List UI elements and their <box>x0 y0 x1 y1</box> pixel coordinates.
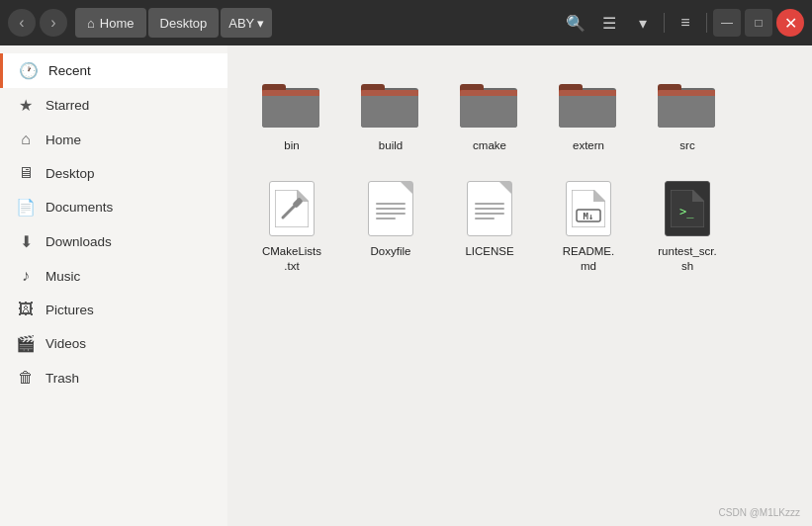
sidebar-item-desktop[interactable]: 🖥 Desktop <box>0 156 227 190</box>
file-doxyfile-label: Doxyfile <box>371 244 411 259</box>
forward-button[interactable]: › <box>40 9 67 37</box>
breadcrumb-aby-label: ABY <box>228 16 254 31</box>
files-grid: bin build <box>247 65 792 282</box>
recent-icon: 🕐 <box>19 61 39 80</box>
sidebar-item-music[interactable]: ♪ Music <box>0 259 227 293</box>
breadcrumb-home[interactable]: ⌂ Home <box>75 8 146 38</box>
breadcrumb-aby[interactable]: ABY ▾ <box>221 8 272 38</box>
file-cmake-folder-label: cmake <box>473 138 506 153</box>
dropdown-arrow-icon: ▾ <box>257 16 264 31</box>
file-item-src[interactable]: src <box>643 65 732 161</box>
menu-button[interactable]: ≡ <box>671 8 700 38</box>
file-runtest-label: runtest_scr.sh <box>658 244 716 274</box>
file-build-label: build <box>379 138 403 153</box>
close-button[interactable]: ✕ <box>776 9 804 37</box>
toolbar-right: 🔍 ☰ ▾ ≡ — □ ✕ <box>561 8 804 38</box>
home-icon: ⌂ <box>87 16 95 31</box>
toolbar-separator-2 <box>706 13 707 33</box>
svg-rect-11 <box>460 90 517 96</box>
file-readme-label: README.md <box>563 244 614 274</box>
readme-icon: M↓ <box>559 179 618 238</box>
music-icon: ♪ <box>16 267 36 285</box>
folder-icon-build <box>361 73 420 132</box>
sidebar-downloads-label: Downloads <box>45 234 112 249</box>
sidebar-videos-label: Videos <box>45 336 86 351</box>
sidebar-item-recent[interactable]: 🕐 Recent <box>0 53 227 88</box>
svg-rect-7 <box>361 90 418 96</box>
sidebar-item-downloads[interactable]: ⬇ Downloads <box>0 224 227 259</box>
breadcrumb-desktop[interactable]: Desktop <box>148 8 220 38</box>
file-bin-label: bin <box>284 138 299 153</box>
svg-rect-3 <box>262 90 319 96</box>
file-item-build[interactable]: build <box>346 65 435 161</box>
svg-rect-19 <box>658 90 715 96</box>
main-area: 🕐 Recent ★ Starred ⌂ Home 🖥 Desktop 📄 Do… <box>0 45 812 526</box>
folder-icon-src <box>658 73 717 132</box>
titlebar: ‹ › ⌂ Home Desktop ABY ▾ 🔍 ☰ ▾ ≡ <box>0 0 812 45</box>
videos-icon: 🎬 <box>16 334 36 353</box>
menu-icon: ≡ <box>680 14 689 32</box>
file-item-bin[interactable]: bin <box>247 65 336 161</box>
forward-icon: › <box>50 14 55 32</box>
file-item-readme[interactable]: M↓ README.md <box>544 171 633 282</box>
breadcrumb-home-label: Home <box>100 16 135 31</box>
file-item-cmakelists[interactable]: CMakeLists.txt <box>247 171 336 282</box>
toolbar-separator <box>664 13 665 33</box>
starred-icon: ★ <box>16 96 36 115</box>
sidebar-item-videos[interactable]: 🎬 Videos <box>0 326 227 361</box>
back-button[interactable]: ‹ <box>8 9 36 37</box>
file-item-doxyfile[interactable]: Doxyfile <box>346 171 435 282</box>
svg-rect-15 <box>559 90 616 96</box>
search-button[interactable]: 🔍 <box>561 8 590 38</box>
file-area: bin build <box>227 45 812 526</box>
desktop-icon: 🖥 <box>16 164 36 182</box>
documents-icon: 📄 <box>16 198 36 217</box>
watermark: CSDN @M1LKzzz <box>719 507 800 518</box>
file-extern-label: extern <box>573 138 604 153</box>
file-item-runtest[interactable]: >_ runtest_scr.sh <box>643 171 732 282</box>
file-item-license[interactable]: LICENSE <box>445 171 534 282</box>
sidebar-item-pictures[interactable]: 🖼 Pictures <box>0 293 227 326</box>
breadcrumb: ⌂ Home Desktop ABY ▾ <box>75 8 272 38</box>
sidebar-starred-label: Starred <box>45 98 89 113</box>
view-dropdown-button[interactable]: ▾ <box>628 8 658 38</box>
sh-file-icon: >_ <box>658 179 717 238</box>
trash-icon: 🗑 <box>16 369 36 387</box>
sidebar-trash-label: Trash <box>45 371 79 386</box>
sidebar-pictures-label: Pictures <box>45 303 94 317</box>
sidebar-documents-label: Documents <box>45 200 113 215</box>
sidebar-item-starred[interactable]: ★ Starred <box>0 88 227 123</box>
file-src-label: src <box>679 138 694 153</box>
sidebar-item-trash[interactable]: 🗑 Trash <box>0 361 227 394</box>
home-sidebar-icon: ⌂ <box>16 131 36 148</box>
doxyfile-icon <box>361 179 420 238</box>
sidebar-desktop-label: Desktop <box>45 166 95 181</box>
svg-text:M↓: M↓ <box>584 212 594 221</box>
file-item-cmake[interactable]: cmake <box>445 65 534 161</box>
folder-icon-extern <box>559 73 618 132</box>
list-icon: ☰ <box>602 14 616 33</box>
svg-text:>_: >_ <box>679 205 694 219</box>
downloads-icon: ⬇ <box>16 232 36 251</box>
sidebar-item-home[interactable]: ⌂ Home <box>0 123 227 156</box>
sidebar-home-label: Home <box>45 132 81 147</box>
cmake-file-icon <box>262 179 321 238</box>
file-cmakelists-label: CMakeLists.txt <box>262 244 321 274</box>
close-icon: ✕ <box>784 14 797 33</box>
folder-icon-bin <box>262 73 321 132</box>
file-item-extern[interactable]: extern <box>544 65 633 161</box>
breadcrumb-desktop-label: Desktop <box>160 16 208 31</box>
minimize-button[interactable]: — <box>713 9 741 37</box>
sidebar: 🕐 Recent ★ Starred ⌂ Home 🖥 Desktop 📄 Do… <box>0 45 227 526</box>
view-dropdown-icon: ▾ <box>639 14 647 33</box>
file-license-label: LICENSE <box>465 244 513 259</box>
minimize-icon: — <box>721 16 733 30</box>
sidebar-item-documents[interactable]: 📄 Documents <box>0 190 227 224</box>
maximize-button[interactable]: □ <box>745 9 772 37</box>
back-icon: ‹ <box>19 14 24 32</box>
sidebar-recent-label: Recent <box>48 63 91 78</box>
search-icon: 🔍 <box>566 14 586 33</box>
list-view-button[interactable]: ☰ <box>594 8 624 38</box>
sidebar-music-label: Music <box>45 269 80 284</box>
pictures-icon: 🖼 <box>16 301 36 318</box>
